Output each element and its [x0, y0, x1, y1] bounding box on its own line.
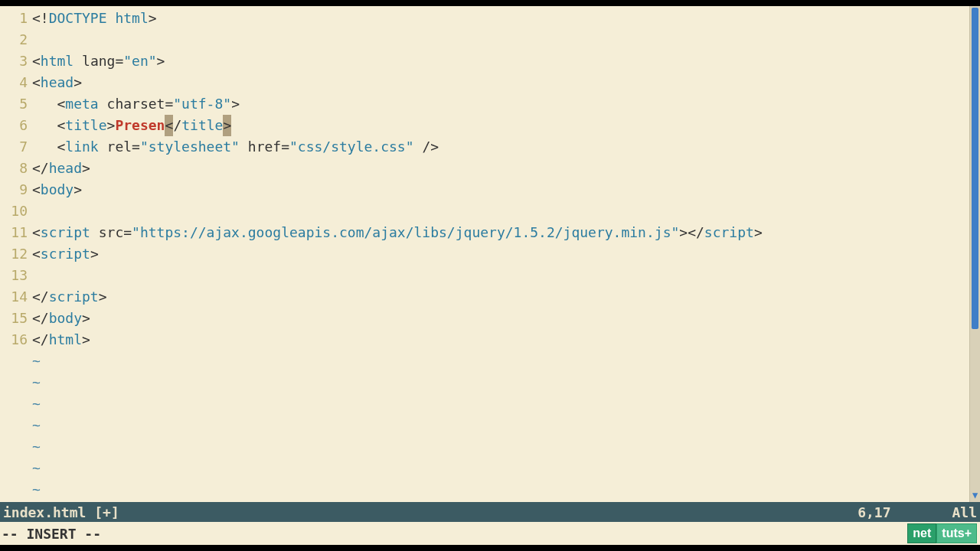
scrollbar-down-arrow-icon[interactable]: ▼ — [970, 490, 980, 500]
empty-line-tilde: ~ — [32, 458, 969, 479]
code-line[interactable]: <meta charset="utf-8"> — [32, 93, 969, 115]
code-line[interactable]: </body> — [32, 308, 969, 329]
line-number: 2 — [0, 29, 32, 51]
line-number-gutter: 12345678910111213141516 — [0, 6, 32, 502]
code-line[interactable] — [32, 29, 969, 51]
window-bottom-border — [0, 545, 980, 551]
code-line[interactable]: </html> — [32, 329, 969, 350]
status-scroll-indicator: All — [952, 504, 977, 520]
empty-line-tilde: ~ — [32, 393, 969, 415]
code-line[interactable]: <head> — [32, 72, 969, 93]
code-line[interactable]: <link rel="stylesheet" href="css/style.c… — [32, 136, 969, 158]
empty-line-tilde: ~ — [32, 350, 969, 372]
code-line[interactable]: </script> — [32, 286, 969, 308]
window-top-border — [0, 0, 980, 6]
code-content[interactable]: <!DOCTYPE html><html lang="en"><head> <m… — [32, 6, 969, 502]
logo-tuts-segment: tuts+ — [936, 523, 977, 543]
empty-line-tilde: ~ — [32, 479, 969, 500]
line-number: 13 — [0, 265, 32, 286]
editor-area[interactable]: 12345678910111213141516 <!DOCTYPE html><… — [0, 6, 980, 502]
line-number: 1 — [0, 8, 32, 29]
line-number: 3 — [0, 51, 32, 72]
line-number: 6 — [0, 115, 32, 136]
code-line[interactable]: <html lang="en"> — [32, 51, 969, 72]
line-number: 16 — [0, 329, 32, 350]
code-line[interactable]: <title>Presen</title> — [32, 115, 969, 136]
line-number: 9 — [0, 179, 32, 201]
code-line[interactable]: <script src="https://ajax.googleapis.com… — [32, 222, 969, 243]
line-number: 14 — [0, 286, 32, 308]
line-number: 10 — [0, 201, 32, 222]
scrollbar-thumb[interactable] — [972, 8, 978, 329]
line-number: 12 — [0, 243, 32, 265]
line-number: 15 — [0, 308, 32, 329]
line-number: 7 — [0, 136, 32, 158]
code-line[interactable]: </head> — [32, 158, 969, 179]
code-line[interactable] — [32, 265, 969, 286]
nettuts-logo: net tuts+ — [907, 523, 977, 543]
code-line[interactable]: <script> — [32, 243, 969, 265]
empty-line-tilde: ~ — [32, 436, 969, 458]
vertical-scrollbar[interactable]: ▼ — [969, 6, 980, 502]
command-bar: -- INSERT -- net tuts+ — [0, 522, 980, 545]
editor-mode-indicator: -- INSERT -- — [2, 526, 101, 542]
line-number: 8 — [0, 158, 32, 179]
line-number: 11 — [0, 222, 32, 243]
logo-net-segment: net — [907, 523, 936, 543]
line-number: 5 — [0, 93, 32, 115]
status-bar: index.html [+] 6,17 All — [0, 502, 980, 522]
code-line[interactable]: <body> — [32, 179, 969, 201]
status-cursor-position: 6,17 — [858, 504, 890, 520]
empty-line-tilde: ~ — [32, 372, 969, 393]
code-line[interactable]: <!DOCTYPE html> — [32, 8, 969, 29]
line-number: 4 — [0, 72, 32, 93]
status-filename: index.html [+] — [3, 504, 858, 520]
empty-line-tilde: ~ — [32, 415, 969, 436]
code-line[interactable] — [32, 201, 969, 222]
